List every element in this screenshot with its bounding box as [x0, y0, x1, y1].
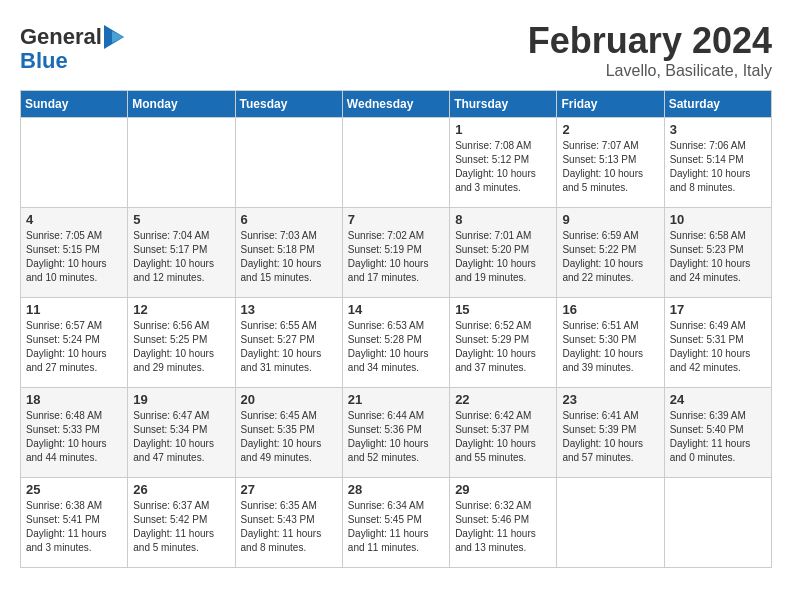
day-content: Sunrise: 7:08 AM Sunset: 5:12 PM Dayligh…: [455, 139, 551, 195]
calendar-week-row: 25Sunrise: 6:38 AM Sunset: 5:41 PM Dayli…: [21, 478, 772, 568]
logo-icon: [104, 25, 124, 49]
day-number: 23: [562, 392, 658, 407]
day-number: 27: [241, 482, 337, 497]
calendar-week-row: 18Sunrise: 6:48 AM Sunset: 5:33 PM Dayli…: [21, 388, 772, 478]
calendar-header-row: SundayMondayTuesdayWednesdayThursdayFrid…: [21, 91, 772, 118]
day-number: 6: [241, 212, 337, 227]
calendar-cell: 1Sunrise: 7:08 AM Sunset: 5:12 PM Daylig…: [450, 118, 557, 208]
day-number: 7: [348, 212, 444, 227]
day-number: 15: [455, 302, 551, 317]
day-content: Sunrise: 6:57 AM Sunset: 5:24 PM Dayligh…: [26, 319, 122, 375]
calendar-cell: 6Sunrise: 7:03 AM Sunset: 5:18 PM Daylig…: [235, 208, 342, 298]
day-number: 24: [670, 392, 766, 407]
day-content: Sunrise: 6:38 AM Sunset: 5:41 PM Dayligh…: [26, 499, 122, 555]
day-number: 16: [562, 302, 658, 317]
day-number: 26: [133, 482, 229, 497]
calendar-cell: 7Sunrise: 7:02 AM Sunset: 5:19 PM Daylig…: [342, 208, 449, 298]
calendar-cell: 27Sunrise: 6:35 AM Sunset: 5:43 PM Dayli…: [235, 478, 342, 568]
day-content: Sunrise: 6:39 AM Sunset: 5:40 PM Dayligh…: [670, 409, 766, 465]
day-number: 18: [26, 392, 122, 407]
calendar-week-row: 1Sunrise: 7:08 AM Sunset: 5:12 PM Daylig…: [21, 118, 772, 208]
day-number: 5: [133, 212, 229, 227]
calendar-cell: 18Sunrise: 6:48 AM Sunset: 5:33 PM Dayli…: [21, 388, 128, 478]
calendar-cell: 9Sunrise: 6:59 AM Sunset: 5:22 PM Daylig…: [557, 208, 664, 298]
calendar-cell: 21Sunrise: 6:44 AM Sunset: 5:36 PM Dayli…: [342, 388, 449, 478]
day-number: 29: [455, 482, 551, 497]
day-content: Sunrise: 6:51 AM Sunset: 5:30 PM Dayligh…: [562, 319, 658, 375]
day-content: Sunrise: 6:34 AM Sunset: 5:45 PM Dayligh…: [348, 499, 444, 555]
day-number: 17: [670, 302, 766, 317]
day-content: Sunrise: 7:02 AM Sunset: 5:19 PM Dayligh…: [348, 229, 444, 285]
day-header-thursday: Thursday: [450, 91, 557, 118]
calendar-cell: 14Sunrise: 6:53 AM Sunset: 5:28 PM Dayli…: [342, 298, 449, 388]
day-content: Sunrise: 6:47 AM Sunset: 5:34 PM Dayligh…: [133, 409, 229, 465]
day-content: Sunrise: 6:37 AM Sunset: 5:42 PM Dayligh…: [133, 499, 229, 555]
calendar-cell: 11Sunrise: 6:57 AM Sunset: 5:24 PM Dayli…: [21, 298, 128, 388]
calendar-cell: [21, 118, 128, 208]
day-content: Sunrise: 7:04 AM Sunset: 5:17 PM Dayligh…: [133, 229, 229, 285]
day-number: 4: [26, 212, 122, 227]
day-header-monday: Monday: [128, 91, 235, 118]
day-content: Sunrise: 6:58 AM Sunset: 5:23 PM Dayligh…: [670, 229, 766, 285]
calendar-cell: 20Sunrise: 6:45 AM Sunset: 5:35 PM Dayli…: [235, 388, 342, 478]
day-number: 13: [241, 302, 337, 317]
calendar-cell: [235, 118, 342, 208]
day-number: 25: [26, 482, 122, 497]
day-content: Sunrise: 6:45 AM Sunset: 5:35 PM Dayligh…: [241, 409, 337, 465]
day-content: Sunrise: 6:32 AM Sunset: 5:46 PM Dayligh…: [455, 499, 551, 555]
day-number: 28: [348, 482, 444, 497]
calendar-cell: 8Sunrise: 7:01 AM Sunset: 5:20 PM Daylig…: [450, 208, 557, 298]
calendar-week-row: 11Sunrise: 6:57 AM Sunset: 5:24 PM Dayli…: [21, 298, 772, 388]
calendar-cell: 3Sunrise: 7:06 AM Sunset: 5:14 PM Daylig…: [664, 118, 771, 208]
day-content: Sunrise: 7:03 AM Sunset: 5:18 PM Dayligh…: [241, 229, 337, 285]
calendar-cell: [664, 478, 771, 568]
day-number: 1: [455, 122, 551, 137]
calendar-cell: 12Sunrise: 6:56 AM Sunset: 5:25 PM Dayli…: [128, 298, 235, 388]
day-content: Sunrise: 6:52 AM Sunset: 5:29 PM Dayligh…: [455, 319, 551, 375]
day-number: 12: [133, 302, 229, 317]
day-header-saturday: Saturday: [664, 91, 771, 118]
day-number: 10: [670, 212, 766, 227]
day-header-friday: Friday: [557, 91, 664, 118]
calendar-cell: 19Sunrise: 6:47 AM Sunset: 5:34 PM Dayli…: [128, 388, 235, 478]
day-content: Sunrise: 7:06 AM Sunset: 5:14 PM Dayligh…: [670, 139, 766, 195]
calendar-cell: 15Sunrise: 6:52 AM Sunset: 5:29 PM Dayli…: [450, 298, 557, 388]
calendar-cell: 4Sunrise: 7:05 AM Sunset: 5:15 PM Daylig…: [21, 208, 128, 298]
logo-text-general: General: [20, 25, 102, 49]
day-number: 11: [26, 302, 122, 317]
calendar-cell: 13Sunrise: 6:55 AM Sunset: 5:27 PM Dayli…: [235, 298, 342, 388]
day-content: Sunrise: 6:44 AM Sunset: 5:36 PM Dayligh…: [348, 409, 444, 465]
day-content: Sunrise: 6:41 AM Sunset: 5:39 PM Dayligh…: [562, 409, 658, 465]
day-content: Sunrise: 6:42 AM Sunset: 5:37 PM Dayligh…: [455, 409, 551, 465]
day-number: 20: [241, 392, 337, 407]
day-content: Sunrise: 6:55 AM Sunset: 5:27 PM Dayligh…: [241, 319, 337, 375]
calendar-cell: 17Sunrise: 6:49 AM Sunset: 5:31 PM Dayli…: [664, 298, 771, 388]
day-number: 9: [562, 212, 658, 227]
logo: General Blue: [20, 25, 126, 73]
calendar-cell: [128, 118, 235, 208]
calendar-cell: 28Sunrise: 6:34 AM Sunset: 5:45 PM Dayli…: [342, 478, 449, 568]
day-content: Sunrise: 6:48 AM Sunset: 5:33 PM Dayligh…: [26, 409, 122, 465]
day-number: 19: [133, 392, 229, 407]
day-content: Sunrise: 7:07 AM Sunset: 5:13 PM Dayligh…: [562, 139, 658, 195]
day-header-wednesday: Wednesday: [342, 91, 449, 118]
calendar-table: SundayMondayTuesdayWednesdayThursdayFrid…: [20, 90, 772, 568]
calendar-cell: 29Sunrise: 6:32 AM Sunset: 5:46 PM Dayli…: [450, 478, 557, 568]
calendar-cell: 26Sunrise: 6:37 AM Sunset: 5:42 PM Dayli…: [128, 478, 235, 568]
day-content: Sunrise: 6:35 AM Sunset: 5:43 PM Dayligh…: [241, 499, 337, 555]
day-content: Sunrise: 7:05 AM Sunset: 5:15 PM Dayligh…: [26, 229, 122, 285]
calendar-cell: 5Sunrise: 7:04 AM Sunset: 5:17 PM Daylig…: [128, 208, 235, 298]
calendar-cell: 24Sunrise: 6:39 AM Sunset: 5:40 PM Dayli…: [664, 388, 771, 478]
day-content: Sunrise: 6:56 AM Sunset: 5:25 PM Dayligh…: [133, 319, 229, 375]
calendar-cell: 2Sunrise: 7:07 AM Sunset: 5:13 PM Daylig…: [557, 118, 664, 208]
page-header: General Blue February 2024 Lavello, Basi…: [20, 20, 772, 80]
logo-text-blue: Blue: [20, 48, 68, 73]
title-section: February 2024 Lavello, Basilicate, Italy: [528, 20, 772, 80]
day-content: Sunrise: 6:49 AM Sunset: 5:31 PM Dayligh…: [670, 319, 766, 375]
day-number: 8: [455, 212, 551, 227]
calendar-cell: 25Sunrise: 6:38 AM Sunset: 5:41 PM Dayli…: [21, 478, 128, 568]
day-number: 22: [455, 392, 551, 407]
day-number: 21: [348, 392, 444, 407]
calendar-cell: 10Sunrise: 6:58 AM Sunset: 5:23 PM Dayli…: [664, 208, 771, 298]
calendar-cell: [342, 118, 449, 208]
